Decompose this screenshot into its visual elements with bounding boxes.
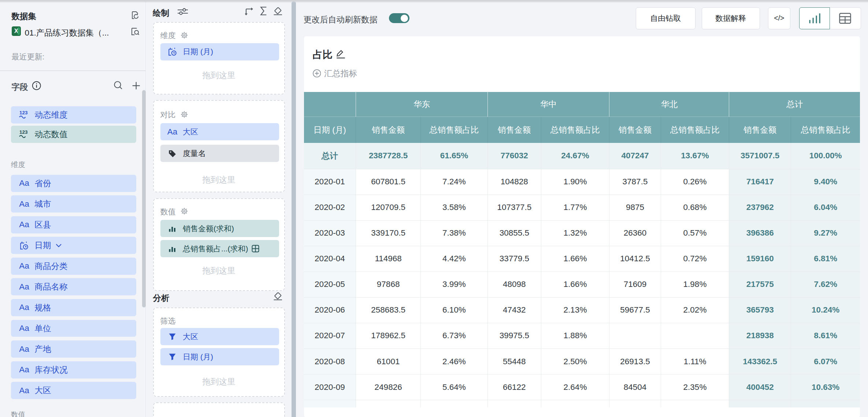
gear-icon[interactable]: [180, 31, 189, 40]
table-row[interactable]: 2020-07178962.56.73%39975.51.88%2189388.…: [304, 323, 860, 349]
field-chip-5[interactable]: Aa商品分类: [11, 258, 136, 275]
value-cell: 2.35%: [661, 374, 730, 400]
calculated-field-icon: [252, 245, 259, 252]
shelf-filter-label: 筛选: [160, 316, 176, 326]
field-chip-label: 动态数值: [35, 129, 68, 140]
field-chip-dynamic-measure[interactable]: 123 动态数值: [11, 126, 136, 143]
switch-dataset-icon[interactable]: [130, 11, 140, 20]
row-label-cell: 2020-02: [304, 195, 356, 221]
shelf-compare: 对比 Aa 大区 度量名 拖到这里: [153, 100, 285, 192]
value-cell: 2.13%: [541, 298, 610, 323]
filter-chip-region[interactable]: 大区: [160, 328, 279, 345]
value-cell: 26360: [609, 221, 661, 246]
row-label-cell: 总计: [304, 143, 356, 169]
field-chip-2[interactable]: Aa城市: [11, 195, 136, 213]
table-row[interactable]: 2020-06258683.56.10%474322.13%59677.52.0…: [304, 298, 860, 323]
pivot-table[interactable]: 华东华中华北总计日期 (月)销售金额总销售额占比销售金额总销售额占比销售金额总销…: [304, 92, 860, 408]
shelf-chip-label: 度量名: [183, 148, 206, 159]
shelf-chip-date-month[interactable]: 日期 (月): [160, 43, 279, 60]
shelf-chip-sales-ratio[interactable]: 总销售额占...(求和): [160, 240, 279, 257]
shelf-chip-sales-amount[interactable]: 销售金额(求和): [160, 220, 279, 237]
table-row[interactable]: 2020-01607801.57.24%1048281.90%3787.50.2…: [304, 169, 860, 195]
dimension-group-label: 维度: [11, 160, 25, 170]
value-cell: 0.68%: [661, 195, 730, 221]
edit-title-icon[interactable]: [335, 48, 345, 59]
panel-divider: [0, 70, 146, 71]
value-cell: 407247: [609, 143, 661, 169]
table-row[interactable]: 总计2387728.561.65%77603224.67%40724713.67…: [304, 143, 860, 169]
swap-axes-icon[interactable]: [245, 7, 254, 16]
table-row[interactable]: 2020-041149684.42%33779.51.66%10412.50.7…: [304, 246, 860, 272]
chart-config-icon[interactable]: [178, 8, 188, 15]
free-drill-button[interactable]: 自由钻取: [636, 7, 696, 29]
table-row[interactable]: 2020-05978683.99%480981.66%716091.98%217…: [304, 272, 860, 298]
summary-indicator[interactable]: 汇总指标: [313, 68, 357, 79]
panel-splitter[interactable]: [292, 1, 296, 417]
gear-icon[interactable]: [180, 207, 189, 215]
left-panel-scrollbar[interactable]: [142, 90, 146, 307]
filter-chip-date-month[interactable]: 日期 (月): [160, 348, 279, 365]
filter-icon: [166, 353, 178, 361]
value-cell: 1.66%: [541, 246, 610, 272]
value-cell: 396386: [729, 221, 791, 246]
value-cell: 237962: [729, 195, 791, 221]
field-chip-11[interactable]: Aa大区: [11, 382, 136, 399]
value-cell: 10.63%: [791, 374, 860, 400]
field-chip-9[interactable]: Aa产地: [11, 340, 136, 358]
group-header: 总计: [729, 92, 860, 117]
svg-text:123: 123: [19, 129, 28, 135]
row-label-cell: 2020-07: [304, 323, 356, 349]
shelf-chip-measure-name[interactable]: 度量名: [160, 145, 279, 162]
value-cell: 47432: [488, 298, 541, 323]
auto-refresh-toggle[interactable]: [389, 13, 409, 23]
sigma-icon[interactable]: [260, 7, 267, 15]
table-row[interactable]: 2020-02120709.53.58%107377.51.77%98750.6…: [304, 195, 860, 221]
value-cell: 3571007.5: [729, 143, 791, 169]
shelf-dimension-label: 维度: [160, 30, 176, 41]
chevron-down-icon[interactable]: [56, 244, 62, 248]
value-cell: 1.11%: [661, 349, 730, 374]
row-label-cell: 2020-08: [304, 349, 356, 374]
table-row-partial: [304, 400, 860, 407]
analysis-title: 分析: [153, 292, 170, 304]
field-chip-6[interactable]: Aa商品名称: [11, 278, 136, 295]
group-header: 华中: [488, 92, 609, 117]
preview-dataset-icon[interactable]: [131, 27, 140, 36]
row-label-cell: 2020-03: [304, 221, 356, 246]
info-icon[interactable]: [32, 81, 41, 91]
value-cell: 33779.5: [488, 246, 541, 272]
field-chip-label: 区县: [35, 219, 51, 230]
table-view-button[interactable]: [830, 7, 861, 29]
search-icon[interactable]: [113, 80, 123, 90]
text-field-icon: Aa: [18, 261, 31, 271]
bar-chart-icon: [166, 245, 178, 252]
table-row[interactable]: 2020-092498265.64%661222.64%845042.35%40…: [304, 374, 860, 400]
shelf-chip-label: 销售金额(求和): [183, 224, 234, 234]
field-chip-3[interactable]: Aa区县: [11, 216, 136, 233]
shelf-chip-label: 日期 (月): [183, 47, 213, 57]
gear-icon[interactable]: [180, 110, 189, 119]
row-label-cell: 2020-05: [304, 272, 356, 298]
dataset-item[interactable]: X 01.产品练习数据集（...: [12, 26, 140, 36]
field-chip-8[interactable]: Aa单位: [11, 320, 136, 337]
sub-header: 销售金额: [356, 117, 421, 143]
field-chip-4[interactable]: 日期: [11, 237, 136, 254]
value-cell: 400452: [729, 374, 791, 400]
table-row[interactable]: 2020-08610012.46%554482.50%26913.51.11%1…: [304, 349, 860, 374]
chart-view-button[interactable]: [799, 7, 830, 29]
field-chip-10[interactable]: Aa库存状况: [11, 361, 136, 379]
field-chip-label: 规格: [35, 302, 51, 313]
group-header: 华东: [356, 92, 488, 117]
tag-icon: [166, 150, 178, 158]
code-view-button[interactable]: </>: [768, 7, 790, 29]
field-chip-7[interactable]: Aa规格: [11, 299, 136, 316]
table-row[interactable]: 2020-03339170.57.38%30855.51.32%263600.5…: [304, 221, 860, 246]
add-field-icon[interactable]: [131, 81, 141, 91]
value-cell: 10.24%: [791, 298, 860, 323]
field-chip-dynamic-dimension[interactable]: 123 动态维度: [11, 106, 136, 123]
shelf-chip-region[interactable]: Aa 大区: [160, 123, 279, 140]
field-chip-1[interactable]: Aa省份: [11, 175, 136, 192]
data-explain-button[interactable]: 数据解释: [702, 7, 760, 29]
eraser-icon[interactable]: [273, 292, 283, 301]
eraser-icon[interactable]: [273, 7, 283, 16]
